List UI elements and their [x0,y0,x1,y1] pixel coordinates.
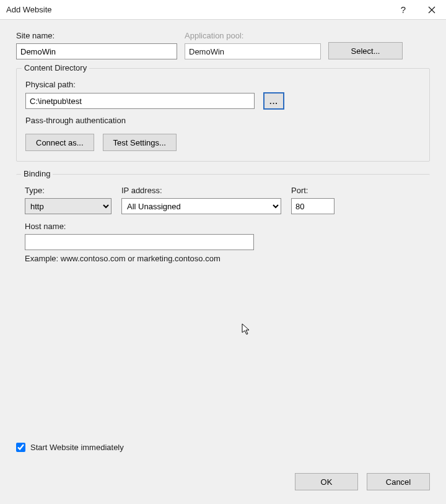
select-pool-button[interactable]: Select... [328,42,403,59]
type-label: Type: [25,186,112,195]
dialog-content: Site name: Application pool: Select... C… [0,20,446,375]
pass-through-label: Pass-through authentication [25,116,421,125]
physical-path-input[interactable] [25,93,255,109]
port-label: Port: [291,186,334,195]
content-directory-legend: Content Directory [22,63,89,72]
binding-legend: Binding [21,169,53,178]
app-pool-input [185,43,321,59]
browse-path-button[interactable]: ... [263,92,284,110]
host-name-label: Host name: [25,222,254,231]
title-bar: Add Website ? [0,0,446,20]
close-button[interactable] [418,0,446,20]
test-settings-button[interactable]: Test Settings... [103,134,177,151]
connect-as-button[interactable]: Connect as... [25,134,94,151]
site-name-label: Site name: [16,31,177,40]
binding-group: Binding Type: http IP address: All Unass… [16,174,430,375]
start-immediately-checkbox[interactable] [16,443,25,452]
close-icon [428,6,435,14]
start-immediately-label: Start Website immediately [30,443,124,452]
type-select[interactable]: http [25,198,112,214]
content-directory-group: Content Directory Physical path: ... Pas… [16,68,430,162]
ip-select[interactable]: All Unassigned [121,198,281,214]
dialog-bottom: Start Website immediately OK Cancel [0,443,446,504]
help-button[interactable]: ? [389,0,418,20]
window-title: Add Website [6,5,389,14]
ip-label: IP address: [121,186,281,195]
host-name-input[interactable] [25,234,254,250]
ok-button[interactable]: OK [295,473,358,490]
host-name-example: Example: www.contoso.com or marketing.co… [25,254,421,263]
port-input[interactable] [291,198,334,214]
app-pool-label: Application pool: [185,31,321,40]
physical-path-label: Physical path: [25,80,421,89]
cancel-button[interactable]: Cancel [367,473,430,490]
site-name-input[interactable] [16,43,177,59]
